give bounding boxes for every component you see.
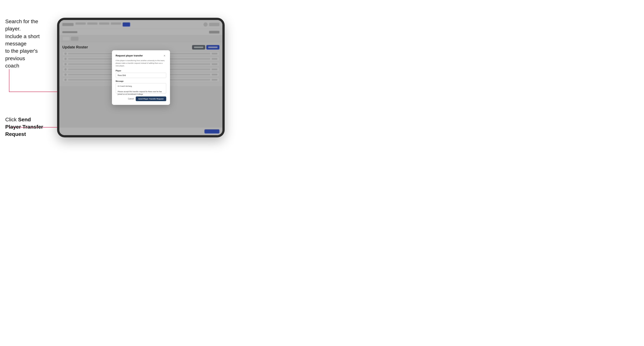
arrow-line-vertical-1 [9,69,9,92]
cancel-button[interactable]: Cancel [128,98,134,100]
annotation-message-text: Include a short messageto the player's p… [5,33,53,69]
modal-footer: Cancel Send Player Transfer Request [116,96,166,101]
modal-close-button[interactable]: × [163,54,166,57]
tablet-screen: Update Roster [59,20,222,135]
modal-message-textarea[interactable]: Hi Coach McHarg,Please accept this trans… [116,83,166,93]
modal-description: If the player is transferring from anoth… [116,59,166,67]
annotation-area: Search for the player. Include a short m… [0,0,54,346]
annotation-search-text: Search for the player. [5,18,54,32]
modal-dialog: Request player transfer × If the player … [112,50,170,105]
modal-overlay: Request player transfer × If the player … [59,20,222,135]
tablet-device: Update Roster [57,18,225,137]
modal-player-label: Player [116,70,166,72]
modal-header: Request player transfer × [116,54,166,57]
modal-title: Request player transfer [116,54,143,57]
modal-player-input[interactable]: Rees Britt [116,73,166,78]
send-transfer-request-button[interactable]: Send Player Transfer Request [136,96,166,101]
modal-player-value: Rees Britt [118,74,126,76]
modal-message-label: Message [116,80,166,82]
annotation-click-text: Click Send Player Transfer Request [5,116,46,138]
